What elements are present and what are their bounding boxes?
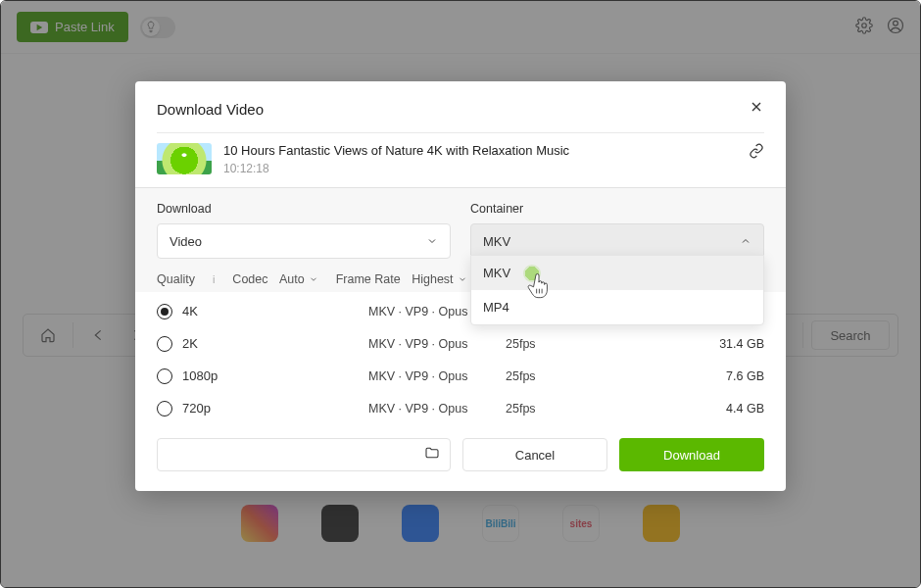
download-label: Download — [157, 202, 451, 216]
video-row: 10 Hours Fantastic Views of Nature 4K wi… — [135, 133, 786, 188]
container-label: Container — [470, 202, 764, 216]
quality-size: 7.6 GB — [653, 369, 764, 383]
video-duration: 10:12:18 — [223, 162, 737, 175]
quality-radio[interactable] — [157, 368, 172, 384]
video-thumbnail — [157, 143, 212, 174]
download-type-select[interactable]: Video — [157, 223, 451, 259]
container-dropdown: MKV MP4 — [470, 255, 764, 325]
container-option-mp4[interactable]: MP4 — [471, 290, 763, 324]
close-icon[interactable] — [749, 99, 764, 119]
download-modal: Download Video 10 Hours Fantastic Views … — [135, 81, 786, 491]
quality-label: Quality — [157, 272, 195, 286]
container-select[interactable]: MKV — [470, 223, 764, 259]
container-value: MKV — [483, 234, 510, 249]
options-area: Download Video Container MKV Quality i — [135, 188, 786, 292]
codec-value: Auto — [279, 272, 305, 286]
quality-radio[interactable] — [157, 401, 172, 416]
chevron-down-icon — [426, 235, 438, 247]
video-title: 10 Hours Fantastic Views of Nature 4K wi… — [223, 143, 737, 158]
download-button[interactable]: Download — [619, 438, 764, 471]
quality-codec: MKV · VP9 · Opus — [368, 369, 496, 383]
folder-icon — [424, 445, 440, 465]
quality-codec: MKV · VP9 · Opus — [368, 402, 496, 416]
quality-row[interactable]: 2KMKV · VP9 · Opus25fps31.4 GB — [157, 327, 764, 360]
codec-select[interactable]: Codec Auto — [232, 272, 317, 286]
quality-size: 31.4 GB — [653, 337, 764, 351]
info-icon[interactable]: i — [213, 273, 215, 285]
video-meta: 10 Hours Fantastic Views of Nature 4K wi… — [223, 143, 737, 175]
quality-name: 720p — [182, 401, 359, 416]
quality-name: 2K — [182, 336, 359, 351]
quality-fps: 25fps — [506, 337, 643, 351]
quality-name: 4K — [182, 304, 359, 318]
link-icon[interactable] — [749, 143, 764, 163]
quality-fps: 25fps — [506, 369, 643, 383]
quality-size: 4.4 GB — [653, 402, 764, 416]
chevron-up-icon — [740, 235, 751, 247]
frame-rate-label: Frame Rate — [336, 272, 401, 286]
codec-label: Codec — [232, 272, 267, 286]
quality-row[interactable]: 1080pMKV · VP9 · Opus25fps7.6 GB — [157, 360, 764, 392]
frame-rate-select[interactable]: Frame Rate Highest — [336, 272, 467, 286]
save-path-box[interactable] — [157, 438, 451, 471]
cursor-hand-icon — [526, 272, 552, 300]
quality-name: 1080p — [182, 368, 359, 383]
download-type-value: Video — [170, 234, 202, 249]
modal-header: Download Video — [135, 81, 786, 132]
container-option-mkv[interactable]: MKV — [471, 256, 763, 290]
quality-fps: 25fps — [506, 402, 643, 416]
modal-footer: Cancel Download — [135, 424, 786, 491]
quality-codec: MKV · VP9 · Opus — [368, 337, 496, 351]
quality-radio[interactable] — [157, 336, 172, 352]
quality-row[interactable]: 720pMKV · VP9 · Opus25fps4.4 GB — [157, 392, 764, 424]
chevron-down-icon — [458, 274, 467, 284]
frame-rate-value: Highest — [412, 272, 453, 286]
chevron-down-icon — [309, 274, 318, 284]
quality-radio[interactable] — [157, 304, 172, 319]
app-window: Paste Link — [0, 0, 921, 588]
cancel-button[interactable]: Cancel — [462, 438, 607, 471]
modal-title: Download Video — [157, 101, 264, 118]
